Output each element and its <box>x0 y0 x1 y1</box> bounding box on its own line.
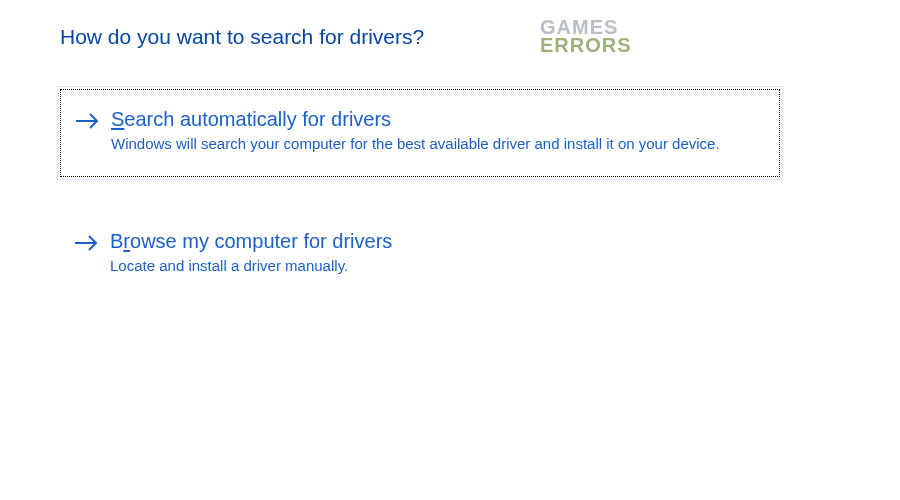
option-description: Locate and install a driver manually. <box>110 256 730 276</box>
title-post: earch automatically for drivers <box>124 108 391 130</box>
arrow-right-icon <box>75 112 103 133</box>
option-body: Browse my computer for drivers Locate an… <box>110 230 766 276</box>
watermark-line2: ERRORS <box>540 36 632 54</box>
arrow-right-icon <box>74 234 102 255</box>
title-mnemonic: r <box>123 230 130 252</box>
option-description: Windows will search your computer for th… <box>111 134 731 154</box>
option-title: Browse my computer for drivers <box>110 230 392 253</box>
title-post: owse my computer for drivers <box>130 230 392 252</box>
title-pre: B <box>110 230 123 252</box>
watermark-logo: GAMES ERRORS <box>540 18 632 54</box>
title-mnemonic: S <box>111 108 124 130</box>
option-title: Search automatically for drivers <box>111 108 391 131</box>
option-search-automatically[interactable]: Search automatically for drivers Windows… <box>60 89 780 177</box>
option-body: Search automatically for drivers Windows… <box>111 108 765 154</box>
page-title: How do you want to search for drivers? <box>60 25 840 49</box>
option-browse-computer[interactable]: Browse my computer for drivers Locate an… <box>60 212 780 298</box>
